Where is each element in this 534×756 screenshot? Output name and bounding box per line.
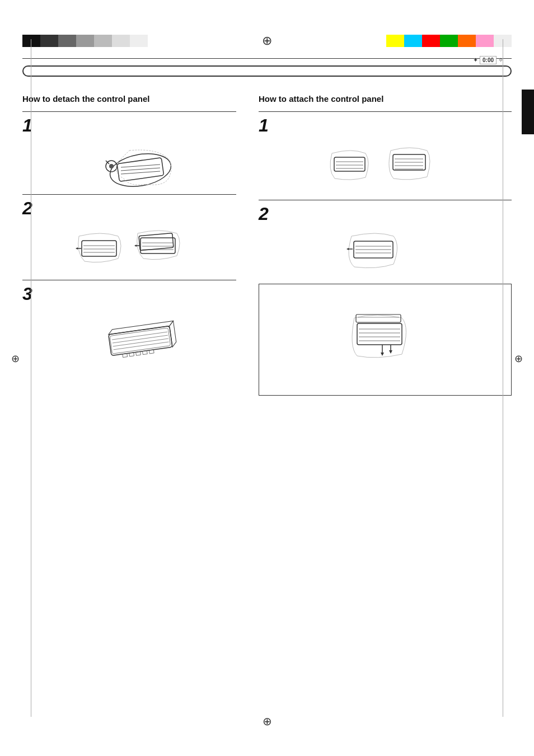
detach-step-1-image [22, 139, 236, 190]
swatch-yellow [386, 35, 404, 47]
svg-rect-14 [140, 238, 175, 253]
attach-step-2: 2 [259, 200, 512, 396]
svg-line-4 [121, 171, 160, 174]
detach-step-1-svg [85, 139, 174, 190]
attach-step-1: 1 [259, 111, 512, 195]
svg-rect-22 [110, 327, 170, 353]
attach-heading: How to attach the control panel [259, 93, 512, 105]
svg-rect-56 [356, 314, 401, 322]
attach-step-1-number: 1 [259, 115, 512, 136]
swatch-mid-gray [76, 35, 94, 47]
svg-marker-55 [389, 350, 392, 354]
left-margin-line [31, 39, 31, 717]
swatch-dark-gray [40, 35, 58, 47]
detach-step-2-svg [73, 222, 185, 275]
detach-step-1-rule [22, 111, 236, 112]
svg-line-24 [113, 335, 168, 343]
color-bar-right [386, 35, 512, 47]
svg-line-25 [113, 339, 168, 346]
svg-point-6 [109, 164, 114, 168]
swatch-lighter-gray [112, 35, 130, 47]
page-marker-gear: ✧ [498, 57, 503, 64]
detach-section: How to detach the control panel 1 [22, 93, 247, 398]
attach-note-svg [329, 301, 441, 374]
crosshair-center-top: ⊕ [262, 34, 272, 48]
swatch-orange [458, 35, 476, 47]
detach-step-3-rule [22, 280, 236, 280]
attach-step-2-image [259, 228, 512, 278]
swatch-near-white [130, 35, 148, 47]
detach-step-2-number: 2 [22, 198, 236, 219]
detach-step-1: 1 [22, 111, 236, 190]
swatch-green [440, 35, 458, 47]
detach-step-3-svg [82, 308, 177, 364]
detach-step-1-number: 1 [22, 115, 236, 136]
swatch-gray [58, 35, 76, 47]
svg-marker-20 [134, 245, 137, 247]
svg-rect-32 [334, 157, 365, 171]
svg-rect-47 [357, 323, 402, 345]
attach-step-1-image [259, 139, 512, 195]
attach-note-image [265, 290, 505, 374]
swatch-pink [476, 35, 494, 47]
swatch-black [22, 35, 40, 47]
detach-heading: How to detach the control panel [22, 93, 236, 105]
attach-step-2-svg [340, 228, 430, 278]
page-marker: ✦ 0:00 ✧ [473, 56, 503, 64]
right-tab [522, 90, 534, 134]
svg-rect-8 [82, 241, 116, 256]
attach-step-1-rule [259, 111, 512, 112]
svg-rect-18 [139, 233, 174, 250]
swatch-red [422, 35, 440, 47]
page-marker-icon: 0:00 [480, 56, 496, 64]
page-marker-star: ✦ [473, 57, 478, 64]
svg-line-2 [121, 165, 160, 167]
svg-marker-53 [381, 353, 384, 356]
svg-marker-46 [346, 248, 349, 250]
detach-step-2: 2 [22, 194, 236, 275]
detach-step-3: 3 [22, 280, 236, 364]
detach-step-2-rule [22, 194, 236, 195]
detach-step-3-image [22, 308, 236, 364]
right-crosshair: ⊕ [514, 353, 523, 365]
title-banner [22, 65, 512, 77]
detach-step-3-number: 3 [22, 284, 236, 304]
attach-step-1-svg [324, 139, 447, 195]
bottom-crosshair: ⊕ [263, 715, 272, 728]
svg-rect-21 [109, 326, 172, 355]
svg-marker-13 [76, 247, 78, 250]
swatch-cyan [404, 35, 422, 47]
color-bar-row: ⊕ [0, 0, 534, 54]
attach-note-box [259, 284, 512, 396]
attach-step-2-rule [259, 200, 512, 200]
top-rule [22, 58, 512, 59]
color-bar-left [22, 35, 148, 47]
detach-step-2-image [22, 222, 236, 275]
swatch-light-gray [94, 35, 112, 47]
right-margin-line [503, 39, 503, 717]
attach-step-2-number: 2 [259, 204, 512, 224]
attach-section: How to attach the control panel 1 [247, 93, 512, 398]
svg-line-3 [121, 168, 160, 171]
left-crosshair: ⊕ [11, 353, 20, 365]
main-content: How to detach the control panel 1 [22, 93, 512, 398]
